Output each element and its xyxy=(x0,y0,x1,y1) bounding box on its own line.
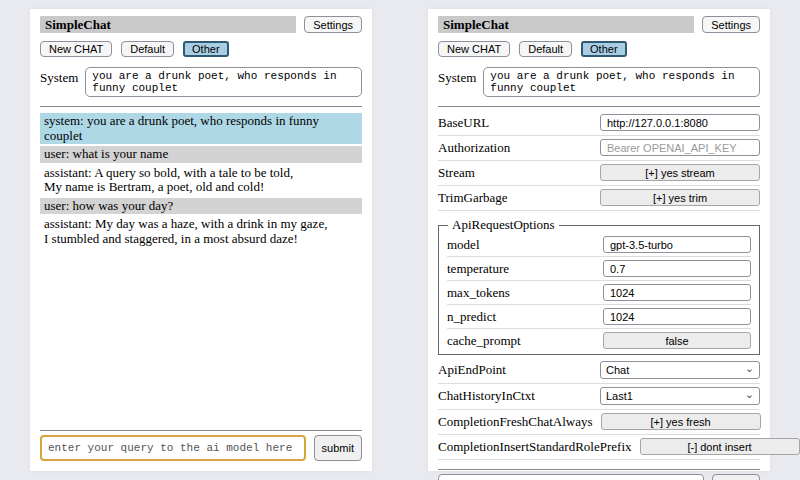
settings-button[interactable]: Settings xyxy=(702,16,760,33)
completionfreshchatalways-label: CompletionFreshChatAlways xyxy=(438,414,593,430)
chat-empty-space xyxy=(40,249,362,421)
setting-row-stream: Stream [+] yes stream xyxy=(438,161,760,186)
chat-message-user: user: what is your name xyxy=(40,146,362,163)
app-title: SimpleChat xyxy=(40,16,296,33)
submit-button[interactable]: submit xyxy=(712,474,760,480)
chat-message-user: user: how was your day? xyxy=(40,198,362,215)
system-prompt-row: System you are a drunk poet, who respond… xyxy=(438,67,760,97)
max-tokens-input[interactable] xyxy=(603,284,751,301)
session-tab-default[interactable]: Default xyxy=(121,41,174,57)
divider xyxy=(40,106,362,107)
query-input[interactable] xyxy=(438,474,704,480)
stream-toggle-button[interactable]: [+] yes stream xyxy=(600,164,760,181)
system-label: System xyxy=(438,67,476,86)
setting-row-temperature: temperature xyxy=(447,257,751,281)
chathistoryinctxt-select[interactable]: Last1 ⌄ xyxy=(600,387,760,405)
cache-prompt-label: cache_prompt xyxy=(447,333,595,349)
chat-message-assistant: assistant: My day was a haze, with a dri… xyxy=(40,216,362,247)
session-toolbar: New CHAT Default Other xyxy=(40,41,362,57)
trimgarbage-label: TrimGarbage xyxy=(438,190,592,206)
api-request-options-group: ApiRequestOptions model temperature max_… xyxy=(438,217,760,355)
query-input[interactable] xyxy=(40,435,306,461)
settings-button[interactable]: Settings xyxy=(304,16,362,33)
session-toolbar: New CHAT Default Other xyxy=(438,41,760,57)
app-title: SimpleChat xyxy=(438,16,694,33)
session-tab-default[interactable]: Default xyxy=(519,41,572,57)
setting-row-max-tokens: max_tokens xyxy=(447,281,751,305)
model-label: model xyxy=(447,237,595,253)
chevron-down-icon: ⌄ xyxy=(745,363,754,373)
n-predict-label: n_predict xyxy=(447,309,595,325)
setting-row-model: model xyxy=(447,233,751,257)
title-bar: SimpleChat Settings xyxy=(438,16,760,33)
baseurl-input[interactable] xyxy=(600,114,760,131)
completioninsertstandardroleprefix-label: CompletionInsertStandardRolePrefix xyxy=(438,439,632,455)
setting-row-chathistoryinctxt: ChatHistoryInCtxt Last1 ⌄ xyxy=(438,384,760,410)
system-prompt-input[interactable]: you are a drunk poet, who responds in fu… xyxy=(85,67,362,97)
setting-row-completionfreshchatalways: CompletionFreshChatAlways [+] yes fresh xyxy=(438,410,760,435)
completionfreshchatalways-toggle-button[interactable]: [+] yes fresh xyxy=(601,413,761,430)
system-prompt-input[interactable]: you are a drunk poet, who responds in fu… xyxy=(483,67,760,97)
setting-row-n-predict: n_predict xyxy=(447,305,751,329)
settings-panel: SimpleChat Settings New CHAT Default Oth… xyxy=(428,9,770,471)
submit-button[interactable]: submit xyxy=(314,435,362,461)
setting-row-cache-prompt: cache_prompt false xyxy=(447,329,751,352)
session-tab-other[interactable]: Other xyxy=(183,41,229,57)
setting-row-trimgarbage: TrimGarbage [+] yes trim xyxy=(438,186,760,211)
setting-row-apiendpoint: ApiEndPoint Chat ⌄ xyxy=(438,358,760,384)
chat-message-list: system: you are a drunk poet, who respon… xyxy=(40,113,362,249)
completioninsertstandardroleprefix-toggle-button[interactable]: [-] dont insert xyxy=(640,438,800,455)
session-tab-other[interactable]: Other xyxy=(581,41,627,57)
chathistoryinctxt-label: ChatHistoryInCtxt xyxy=(438,388,592,404)
authorization-label: Authorization xyxy=(438,140,592,156)
query-row: submit xyxy=(438,474,760,480)
apiendpoint-selected-value: Chat xyxy=(606,364,629,376)
setting-row-authorization: Authorization xyxy=(438,136,760,161)
temperature-input[interactable] xyxy=(603,260,751,277)
new-chat-button[interactable]: New CHAT xyxy=(40,41,112,57)
query-row: submit xyxy=(40,435,362,463)
temperature-label: temperature xyxy=(447,261,595,277)
stream-label: Stream xyxy=(438,165,592,181)
divider xyxy=(40,430,362,431)
system-prompt-row: System you are a drunk poet, who respond… xyxy=(40,67,362,97)
chathistoryinctxt-selected-value: Last1 xyxy=(606,390,633,402)
title-bar: SimpleChat Settings xyxy=(40,16,362,33)
model-input[interactable] xyxy=(603,236,751,253)
apiendpoint-label: ApiEndPoint xyxy=(438,362,592,378)
chat-message-system: system: you are a drunk poet, who respon… xyxy=(40,113,362,144)
apiendpoint-select[interactable]: Chat ⌄ xyxy=(600,361,760,379)
setting-row-baseurl: BaseURL xyxy=(438,111,760,136)
app-container: SimpleChat Settings New CHAT Default Oth… xyxy=(0,0,800,471)
system-label: System xyxy=(40,67,78,86)
divider xyxy=(438,106,760,107)
authorization-input[interactable] xyxy=(600,139,760,156)
trimgarbage-toggle-button[interactable]: [+] yes trim xyxy=(600,189,760,206)
cache-prompt-toggle-button[interactable]: false xyxy=(603,332,751,349)
divider xyxy=(438,469,760,470)
new-chat-button[interactable]: New CHAT xyxy=(438,41,510,57)
setting-row-completioninsertstandardroleprefix: CompletionInsertStandardRolePrefix [-] d… xyxy=(438,435,760,460)
chat-panel: SimpleChat Settings New CHAT Default Oth… xyxy=(30,9,372,471)
api-request-options-legend: ApiRequestOptions xyxy=(448,217,559,233)
baseurl-label: BaseURL xyxy=(438,115,592,131)
chat-message-assistant: assistant: A query so bold, with a tale … xyxy=(40,165,362,196)
settings-list: BaseURL Authorization Stream [+] yes str… xyxy=(438,111,760,460)
chevron-down-icon: ⌄ xyxy=(745,389,754,399)
n-predict-input[interactable] xyxy=(603,308,751,325)
max-tokens-label: max_tokens xyxy=(447,285,595,301)
